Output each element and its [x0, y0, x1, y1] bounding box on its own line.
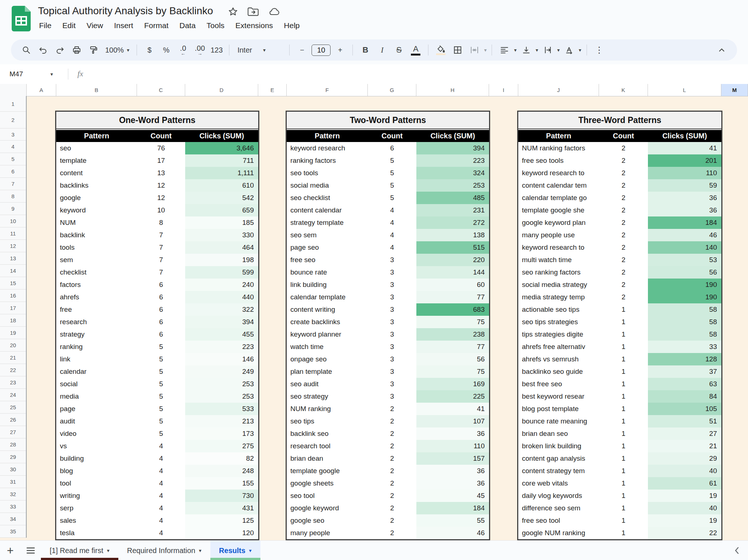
clicks-cell[interactable]: 201 [648, 154, 721, 167]
pattern-cell[interactable]: watch time [287, 341, 368, 353]
count-cell[interactable]: 3 [368, 353, 416, 365]
count-cell[interactable]: 2 [368, 502, 416, 514]
clicks-cell[interactable]: 515 [416, 241, 489, 254]
count-cell[interactable]: 1 [599, 452, 648, 465]
clicks-cell[interactable]: 253 [185, 378, 258, 390]
count-cell[interactable]: 1 [599, 365, 648, 378]
count-cell[interactable]: 2 [368, 490, 416, 502]
menu-edit[interactable]: Edit [57, 19, 81, 32]
clicks-cell[interactable]: 3,646 [185, 142, 258, 154]
pattern-cell[interactable]: free [56, 303, 137, 316]
table-row[interactable]: media5253 [56, 390, 258, 403]
undo-icon[interactable] [36, 43, 50, 57]
currency-format-button[interactable]: $ [142, 43, 157, 57]
table-row[interactable]: sem7198 [56, 254, 258, 266]
table-row[interactable]: backlinko seo guide137 [518, 365, 721, 378]
pattern-cell[interactable]: template [56, 154, 137, 167]
clicks-cell[interactable]: 533 [185, 403, 258, 415]
clicks-cell[interactable]: 75 [416, 316, 489, 328]
pattern-cell[interactable]: calendar [56, 365, 137, 378]
table-row[interactable]: building482 [56, 452, 258, 465]
count-cell[interactable]: 7 [137, 266, 185, 279]
count-cell[interactable]: 2 [599, 266, 648, 279]
table-row[interactable]: free seo tool119 [518, 514, 721, 527]
count-cell[interactable]: 4 [368, 204, 416, 216]
scroll-tabs-left-icon[interactable] [726, 541, 748, 560]
pattern-cell[interactable]: tools [56, 241, 137, 254]
table-row[interactable]: seo tool245 [287, 490, 489, 502]
clicks-cell[interactable]: 46 [416, 527, 489, 539]
pattern-cell[interactable]: content calendar tem [518, 179, 599, 192]
clicks-cell[interactable]: 59 [648, 179, 721, 192]
clicks-cell[interactable]: 324 [416, 167, 489, 179]
pattern-cell[interactable]: audit [56, 415, 137, 427]
count-cell[interactable]: 3 [368, 316, 416, 328]
clicks-cell[interactable]: 41 [648, 142, 721, 154]
increase-decimal-button[interactable]: .00→ [192, 43, 207, 57]
pattern-cell[interactable]: multi watch time [518, 254, 599, 266]
table-row[interactable]: multi watch time253 [518, 254, 721, 266]
column-header-L[interactable]: L [648, 84, 721, 96]
clicks-cell[interactable]: 40 [648, 465, 721, 477]
count-cell[interactable]: 7 [137, 254, 185, 266]
table-row[interactable]: blog4248 [56, 465, 258, 477]
pattern-cell[interactable]: difference seo sem [518, 502, 599, 514]
move-folder-icon[interactable] [248, 7, 259, 16]
paint-format-icon[interactable] [86, 43, 101, 57]
pattern-cell[interactable]: bounce rate meaning [518, 415, 599, 427]
table-row[interactable]: content strategy tem140 [518, 465, 721, 477]
chevron-down-icon[interactable]: ▾ [484, 47, 486, 53]
table-row[interactable]: keyword10659 [56, 204, 258, 216]
document-title[interactable]: Topical Authority Analysis by Backlinko [38, 5, 213, 17]
pattern-cell[interactable]: page seo [287, 241, 368, 254]
clicks-cell[interactable]: 144 [416, 266, 489, 279]
clicks-cell[interactable]: 128 [648, 353, 721, 365]
clicks-cell[interactable]: 223 [185, 341, 258, 353]
pattern-cell[interactable]: blog post template [518, 403, 599, 415]
pattern-cell[interactable]: best keyword resear [518, 390, 599, 403]
clicks-cell[interactable]: 190 [648, 291, 721, 303]
clicks-cell[interactable]: 84 [648, 390, 721, 403]
pattern-cell[interactable]: seo strategy [287, 390, 368, 403]
count-cell[interactable]: 4 [137, 514, 185, 527]
row-header-18[interactable]: 18 [0, 314, 26, 327]
pattern-cell[interactable]: link building [287, 279, 368, 291]
pattern-cell[interactable]: seo sem [287, 229, 368, 241]
table-row[interactable]: ahrefs6440 [56, 291, 258, 303]
count-cell[interactable]: 17 [137, 154, 185, 167]
count-cell[interactable]: 6 [137, 279, 185, 291]
count-cell[interactable]: 6 [137, 328, 185, 341]
pattern-cell[interactable]: free seo tools [518, 154, 599, 167]
row-header-6[interactable]: 6 [0, 165, 26, 178]
clicks-cell[interactable]: 110 [416, 440, 489, 452]
pattern-cell[interactable]: building [56, 452, 137, 465]
clicks-cell[interactable]: 238 [416, 328, 489, 341]
pattern-cell[interactable]: sales [56, 514, 137, 527]
count-cell[interactable]: 2 [368, 477, 416, 490]
merge-cells-button[interactable] [467, 43, 482, 57]
count-cell[interactable]: 12 [137, 192, 185, 204]
clicks-cell[interactable]: 394 [185, 316, 258, 328]
table-row[interactable]: link5146 [56, 353, 258, 365]
row-header-12[interactable]: 12 [0, 240, 26, 252]
clicks-cell[interactable]: 184 [416, 502, 489, 514]
clicks-cell[interactable]: 51 [648, 415, 721, 427]
clicks-cell[interactable]: 120 [185, 527, 258, 539]
table-row[interactable]: NUM ranking241 [287, 403, 489, 415]
table-row[interactable]: template google she236 [518, 204, 721, 216]
menu-tools[interactable]: Tools [201, 19, 230, 32]
strikethrough-button[interactable]: S [392, 43, 406, 57]
clicks-cell[interactable]: 322 [185, 303, 258, 316]
chevron-down-icon[interactable]: ▾ [249, 548, 252, 553]
pattern-cell[interactable]: create backlinks [287, 316, 368, 328]
pattern-cell[interactable]: actionable seo tips [518, 303, 599, 316]
count-cell[interactable]: 4 [368, 216, 416, 229]
table-row[interactable]: calendar5249 [56, 365, 258, 378]
pattern-cell[interactable]: seo audit [287, 378, 368, 390]
table-row[interactable]: strategy6455 [56, 328, 258, 341]
clicks-cell[interactable]: 22 [648, 527, 721, 539]
pattern-cell[interactable]: daily vlog keywords [518, 490, 599, 502]
clicks-cell[interactable]: 58 [648, 328, 721, 341]
column-header-H[interactable]: H [416, 84, 489, 96]
pattern-cell[interactable]: plan template [287, 365, 368, 378]
